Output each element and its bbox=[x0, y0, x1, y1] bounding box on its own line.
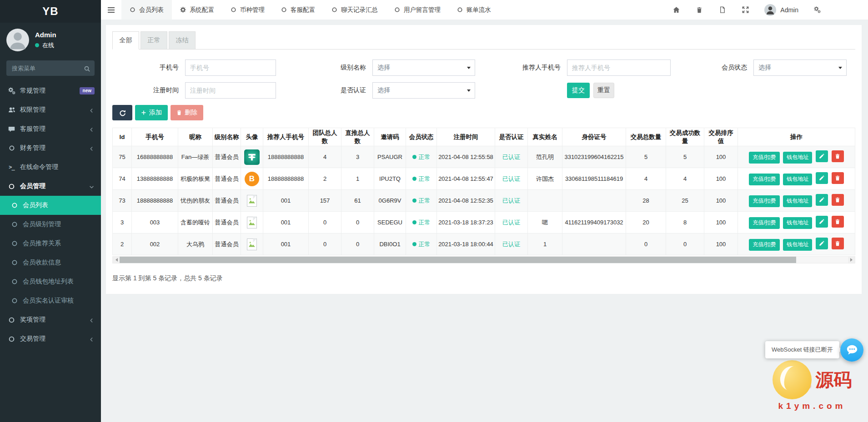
pencil-icon bbox=[819, 175, 824, 181]
recharge-button[interactable]: 充值/扣费 bbox=[749, 174, 779, 185]
pencil-icon bbox=[819, 241, 824, 246]
circle-icon bbox=[457, 7, 463, 13]
tab-normal[interactable]: 正常 bbox=[140, 31, 167, 50]
home-icon[interactable] bbox=[665, 6, 688, 13]
row-delete-button[interactable] bbox=[832, 194, 844, 206]
refresh-button[interactable] bbox=[112, 105, 132, 120]
recharge-button[interactable]: 充值/扣费 bbox=[749, 217, 779, 229]
fullscreen-icon[interactable] bbox=[734, 6, 757, 13]
edit-button[interactable] bbox=[816, 172, 828, 184]
reset-button[interactable]: 重置 bbox=[593, 83, 614, 98]
member-status-label: 会员状态 bbox=[681, 64, 753, 72]
watermark: K1 源码 k1ym.com bbox=[758, 360, 866, 411]
watermark-logo-icon bbox=[773, 360, 812, 399]
tab-frozen[interactable]: 冻结 bbox=[169, 31, 196, 50]
sidebar-search-input[interactable] bbox=[6, 60, 95, 76]
row-delete-button[interactable] bbox=[832, 172, 844, 184]
status-dot-icon bbox=[412, 199, 416, 203]
scroll-left-arrow[interactable] bbox=[113, 257, 120, 263]
topnav-tab-billing-flow[interactable]: 账单流水 bbox=[449, 0, 499, 20]
status-badge: 正常 bbox=[412, 153, 431, 161]
edit-button[interactable] bbox=[816, 216, 828, 228]
topbar-user-menu[interactable]: Admin bbox=[757, 4, 806, 16]
topbar-user-name: Admin bbox=[780, 6, 798, 14]
member-status-select[interactable]: 选择 bbox=[753, 60, 847, 76]
circle-icon bbox=[231, 7, 236, 13]
wallet-address-button[interactable]: 钱包地址 bbox=[783, 152, 812, 164]
edit-button[interactable] bbox=[816, 150, 828, 162]
terminal-icon: >_ bbox=[8, 164, 15, 171]
topnav-tab-system-config[interactable]: 系统配置 bbox=[172, 0, 222, 20]
wallet-address-button[interactable]: 钱包地址 bbox=[783, 195, 812, 207]
sidebar-item-member-list[interactable]: 会员列表 bbox=[0, 196, 101, 215]
sidebar-item-trading[interactable]: 交易管理 bbox=[0, 329, 101, 348]
main-area: 会员列表 系统配置 币种管理 客服配置 聊天记录汇总 用户留言管理 账单流水 bbox=[101, 0, 868, 20]
horizontal-scrollbar[interactable] bbox=[112, 256, 855, 263]
add-button[interactable]: 添加 bbox=[135, 105, 168, 120]
sidebar-item-member-level[interactable]: 会员级别管理 bbox=[0, 215, 101, 234]
sidebar: YB Admin 在线 常规管理 new 权限管理 bbox=[0, 0, 101, 422]
filter-form: 手机号 级别名称 选择 推荐人手机号 会员状态 选择 注册时间 bbox=[112, 60, 855, 99]
phone-input[interactable] bbox=[185, 60, 276, 76]
table-row: 3 003 含蓄的哑铃 普通会员 001 0 0 SEDEGU 正常 2021-… bbox=[113, 212, 855, 233]
recharge-button[interactable]: 充值/扣费 bbox=[749, 152, 779, 164]
pencil-icon bbox=[819, 219, 824, 224]
topnav-tab-member-list[interactable]: 会员列表 bbox=[121, 0, 172, 20]
row-delete-button[interactable] bbox=[832, 150, 844, 162]
recharge-button[interactable]: 充值/扣费 bbox=[749, 195, 779, 207]
recharge-button[interactable]: 充值/扣费 bbox=[749, 239, 779, 251]
sidebar-item-permissions[interactable]: 权限管理 bbox=[0, 100, 101, 119]
chevron-left-icon bbox=[89, 125, 95, 133]
wallet-address-button[interactable]: 钱包地址 bbox=[783, 239, 812, 251]
referrer-phone-input[interactable] bbox=[567, 60, 671, 76]
topbar: 会员列表 系统配置 币种管理 客服配置 聊天记录汇总 用户留言管理 账单流水 bbox=[101, 0, 868, 20]
sidebar-item-awards[interactable]: 奖项管理 bbox=[0, 310, 101, 329]
wallet-address-button[interactable]: 钱包地址 bbox=[783, 217, 812, 229]
trash-icon bbox=[835, 175, 840, 181]
submit-button[interactable]: 提交 bbox=[567, 83, 590, 98]
row-delete-button[interactable] bbox=[832, 238, 844, 249]
scrollbar-thumb[interactable] bbox=[120, 257, 796, 263]
circle-icon bbox=[281, 7, 287, 13]
broken-image-icon bbox=[246, 238, 257, 251]
edit-button[interactable] bbox=[816, 238, 828, 249]
sidebar-item-member-wallet-addresses[interactable]: 会员钱包地址列表 bbox=[0, 272, 101, 291]
table-row: 73 18888888888 忧伤的朋友 普通会员 001 157 61 0G6… bbox=[113, 190, 855, 212]
chat-launcher-button[interactable] bbox=[840, 338, 863, 362]
row-delete-button[interactable] bbox=[832, 216, 844, 228]
sidebar-item-members[interactable]: 会员管理 bbox=[0, 177, 101, 196]
watermark-yuanma: 源码 bbox=[815, 367, 852, 392]
settings-gears-icon[interactable] bbox=[806, 6, 829, 13]
topbar-actions: Admin bbox=[665, 4, 868, 16]
level-select[interactable]: 选择 bbox=[372, 60, 475, 76]
sidebar-item-online-command[interactable]: >_ 在线命令管理 bbox=[0, 158, 101, 177]
trash-icon[interactable] bbox=[688, 7, 711, 13]
sidebar-item-general[interactable]: 常规管理 new bbox=[0, 81, 101, 100]
edit-button[interactable] bbox=[816, 194, 828, 206]
chevron-left-icon bbox=[89, 316, 95, 323]
table-row: 75 16888888888 Fan—绿茶 普通会员 18888888888 4… bbox=[113, 146, 855, 168]
wallet-address-button[interactable]: 钱包地址 bbox=[783, 174, 812, 185]
delete-button[interactable]: 删除 bbox=[171, 105, 203, 120]
topnav-tab-user-messages[interactable]: 用户留言管理 bbox=[386, 0, 449, 20]
verified-select[interactable]: 选择 bbox=[372, 82, 475, 99]
scroll-right-arrow[interactable] bbox=[848, 257, 855, 263]
tab-all[interactable]: 全部 bbox=[112, 31, 139, 50]
clear-cache-icon[interactable] bbox=[711, 6, 734, 13]
sidebar-item-finance[interactable]: 财务管理 bbox=[0, 139, 101, 158]
sidebar-item-member-payment-info[interactable]: 会员收款信息 bbox=[0, 253, 101, 272]
topnav-tab-chat-logs[interactable]: 聊天记录汇总 bbox=[323, 0, 386, 20]
hamburger-menu-icon[interactable] bbox=[101, 6, 121, 14]
status-badge: 正常 bbox=[412, 175, 431, 183]
topnav-tab-cs-config[interactable]: 客服配置 bbox=[273, 0, 323, 20]
user-name: Admin bbox=[35, 31, 56, 39]
table-row: 74 13888888888 积极的板凳 普通会员 B 18888888888 … bbox=[113, 168, 855, 190]
sidebar-item-member-kyc-review[interactable]: 会员实名认证审核 bbox=[0, 291, 101, 310]
reg-time-input[interactable] bbox=[185, 82, 276, 99]
topnav-tab-currency[interactable]: 币种管理 bbox=[222, 0, 273, 20]
sidebar-item-member-referral[interactable]: 会员推荐关系 bbox=[0, 234, 101, 253]
watermark-domain: k1ym.com bbox=[758, 401, 866, 411]
sidebar-item-customer-service[interactable]: 客服管理 bbox=[0, 119, 101, 139]
search-icon[interactable] bbox=[84, 65, 90, 73]
level-label: 级别名称 bbox=[300, 64, 372, 72]
